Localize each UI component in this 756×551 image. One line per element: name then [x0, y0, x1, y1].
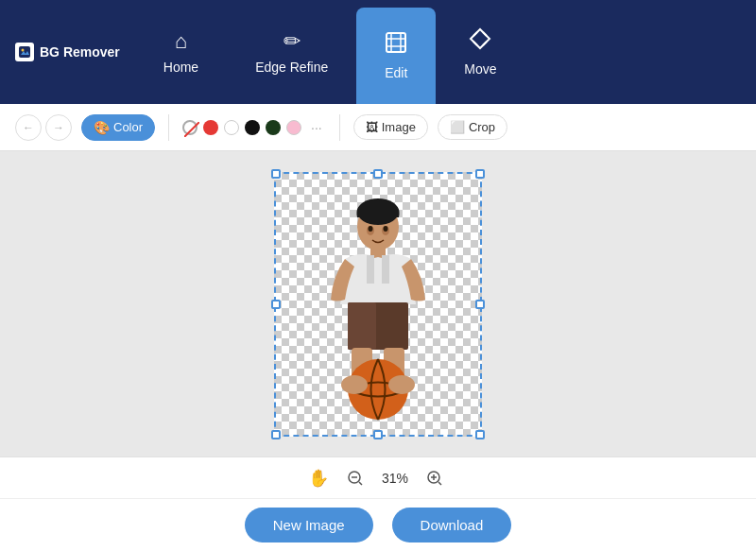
- nav-move-label: Move: [464, 61, 496, 77]
- canvas-area: [0, 151, 756, 456]
- nav-edge-refine-label: Edge Refine: [255, 60, 328, 75]
- color-swatches: ···: [182, 120, 326, 135]
- person-image: [293, 191, 463, 437]
- nav-item-edge-refine[interactable]: ✏ Edge Refine: [227, 0, 356, 104]
- nav-item-home[interactable]: ⌂ Home: [135, 0, 227, 104]
- color-black[interactable]: [245, 120, 260, 135]
- hand-tool-button[interactable]: ✋: [308, 468, 329, 489]
- zoom-out-button[interactable]: [342, 465, 369, 491]
- svg-line-26: [359, 482, 362, 485]
- nav-item-edit[interactable]: Edit: [356, 8, 436, 104]
- crop-button[interactable]: ⬜ Crop: [438, 114, 507, 140]
- color-dark-green[interactable]: [266, 120, 281, 135]
- svg-point-1: [22, 49, 25, 52]
- color-label: Color: [113, 120, 143, 134]
- crop-icon: ⬜: [450, 120, 465, 134]
- color-red[interactable]: [203, 120, 218, 135]
- app-title: BG Remover: [40, 44, 120, 60]
- svg-point-18: [341, 375, 368, 394]
- svg-line-30: [438, 482, 441, 485]
- color-icon: 🎨: [94, 120, 110, 135]
- footer: New Image Download: [0, 498, 756, 551]
- undo-button[interactable]: ←: [15, 114, 42, 141]
- color-white[interactable]: [224, 120, 239, 135]
- nav-home-label: Home: [163, 60, 198, 75]
- color-transparent[interactable]: [182, 120, 198, 135]
- color-button[interactable]: 🎨 Color: [81, 114, 155, 141]
- toolbar: ← → 🎨 Color ··· 🖼 Image: [0, 104, 756, 151]
- download-button[interactable]: Download: [392, 508, 512, 542]
- main-content: ← → 🎨 Color ··· 🖼 Image: [0, 104, 756, 551]
- color-pink[interactable]: [286, 120, 301, 135]
- edge-refine-icon: ✏: [284, 29, 301, 54]
- header: BG Remover ⌂ Home ✏ Edge Refine Edit: [0, 0, 756, 104]
- svg-rect-11: [367, 255, 374, 284]
- nav-edit-label: Edit: [385, 65, 407, 80]
- edit-icon: [385, 31, 407, 60]
- svg-point-22: [369, 226, 373, 232]
- nav-arrows: ← →: [15, 114, 72, 141]
- move-icon: [469, 27, 491, 56]
- image-icon: 🖼: [366, 120, 378, 134]
- redo-button[interactable]: →: [45, 114, 72, 141]
- new-image-button[interactable]: New Image: [245, 508, 373, 542]
- zoom-in-button[interactable]: [421, 465, 448, 491]
- svg-rect-2: [387, 33, 405, 52]
- more-colors-button[interactable]: ···: [307, 120, 326, 135]
- image-button[interactable]: 🖼 Image: [353, 114, 428, 140]
- nav-item-move[interactable]: Move: [436, 0, 524, 104]
- svg-point-19: [388, 375, 415, 394]
- crop-label: Crop: [469, 120, 495, 134]
- separator-2: [339, 114, 340, 141]
- separator-1: [168, 114, 169, 141]
- svg-rect-12: [382, 255, 389, 284]
- image-container: [274, 172, 482, 437]
- svg-rect-0: [19, 46, 30, 58]
- zoom-bar: ✋ 31%: [0, 456, 756, 498]
- svg-rect-14: [348, 302, 376, 350]
- svg-point-23: [384, 226, 388, 232]
- svg-line-7: [184, 122, 199, 137]
- zoom-level: 31%: [382, 471, 408, 486]
- logo-icon: [15, 43, 34, 61]
- home-icon: ⌂: [175, 29, 187, 54]
- nav-items: ⌂ Home ✏ Edge Refine Edit: [135, 0, 756, 104]
- app-logo: BG Remover: [0, 0, 135, 104]
- image-label: Image: [382, 120, 416, 134]
